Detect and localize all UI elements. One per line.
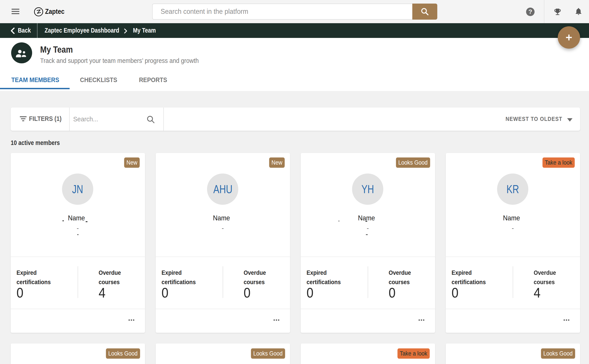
svg-text:?: ? xyxy=(528,8,532,15)
